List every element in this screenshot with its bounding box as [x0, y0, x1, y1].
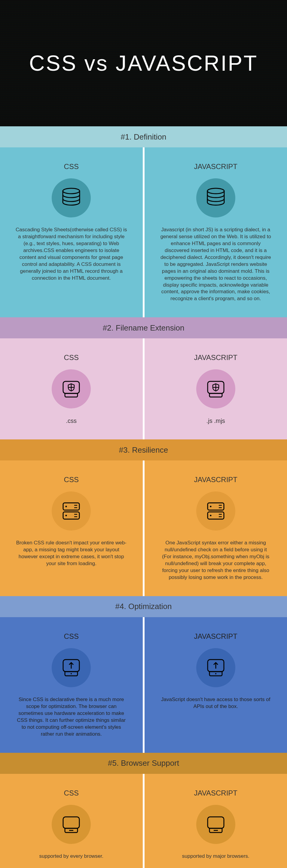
- js-title: JAVASCRIPT: [194, 789, 237, 797]
- section-browser-support: #5. Browser Support CSS supported by eve…: [0, 753, 287, 868]
- section-definition: #1. Definition CSS Cascading Style Sheet…: [0, 126, 287, 317]
- css-title: CSS: [64, 789, 79, 797]
- section-header-browser-support: #5. Browser Support: [0, 753, 287, 774]
- js-extension-text: .js .mjs: [206, 417, 225, 424]
- upload-drive-icon: [196, 648, 235, 687]
- css-optimization-text: Since CSS is declarative there is a much…: [15, 696, 128, 738]
- section-header-resilience: #3. Resilience: [0, 439, 287, 461]
- svg-rect-17: [208, 817, 224, 828]
- css-title: CSS: [64, 353, 79, 362]
- hero-banner: CSS vs JAVASCRIPT: [0, 0, 287, 126]
- svg-point-10: [210, 506, 211, 507]
- js-browser-text: supported by major browsers.: [182, 853, 249, 860]
- js-title: JAVASCRIPT: [194, 632, 237, 641]
- svg-rect-16: [63, 817, 79, 828]
- svg-point-0: [63, 188, 79, 194]
- js-optimization-text: JavaScript doesn't have access to those …: [160, 696, 272, 710]
- section-header-optimization: #4. Optimization: [0, 596, 287, 617]
- server-icon: [196, 491, 235, 531]
- css-extension-text: .css: [66, 417, 76, 424]
- section-optimization: #4. Optimization CSS Since CSS is declar…: [0, 596, 287, 753]
- js-resilience-text: One JavaScript syntax error either a mis…: [160, 539, 272, 581]
- database-icon: [196, 178, 235, 217]
- section-header-extension: #2. Filename Extension: [0, 317, 287, 338]
- css-title: CSS: [64, 162, 79, 171]
- database-icon: [52, 178, 91, 217]
- svg-point-1: [208, 188, 224, 194]
- js-definition-text: Javascript (in short JS) is a scripting …: [160, 226, 272, 302]
- js-title: JAVASCRIPT: [194, 353, 237, 362]
- svg-point-6: [65, 506, 67, 507]
- server-icon: [52, 491, 91, 531]
- css-definition-text: Cascading Style Sheets(otherwise called …: [15, 226, 128, 282]
- css-resilience-text: Broken CSS rule doesn't impact your enti…: [15, 539, 128, 567]
- section-header-definition: #1. Definition: [0, 126, 287, 147]
- css-browser-text: supported by every browser.: [39, 853, 103, 860]
- css-title: CSS: [64, 632, 79, 641]
- svg-point-11: [210, 515, 211, 517]
- drive-shield-icon: [196, 369, 235, 408]
- upload-drive-icon: [52, 648, 91, 687]
- css-title: CSS: [64, 475, 79, 484]
- svg-point-13: [71, 673, 72, 674]
- svg-point-15: [215, 673, 216, 674]
- page-title: CSS vs JAVASCRIPT: [29, 51, 258, 75]
- svg-point-7: [65, 515, 67, 517]
- section-resilience: #3. Resilience CSS Broken CSS rule doesn…: [0, 439, 287, 596]
- drive-shield-icon: [52, 369, 91, 408]
- drive-icon: [196, 805, 235, 844]
- drive-icon: [52, 805, 91, 844]
- section-filename-extension: #2. Filename Extension CSS .css JAVASCRI…: [0, 317, 287, 439]
- js-title: JAVASCRIPT: [194, 162, 237, 171]
- js-title: JAVASCRIPT: [194, 475, 237, 484]
